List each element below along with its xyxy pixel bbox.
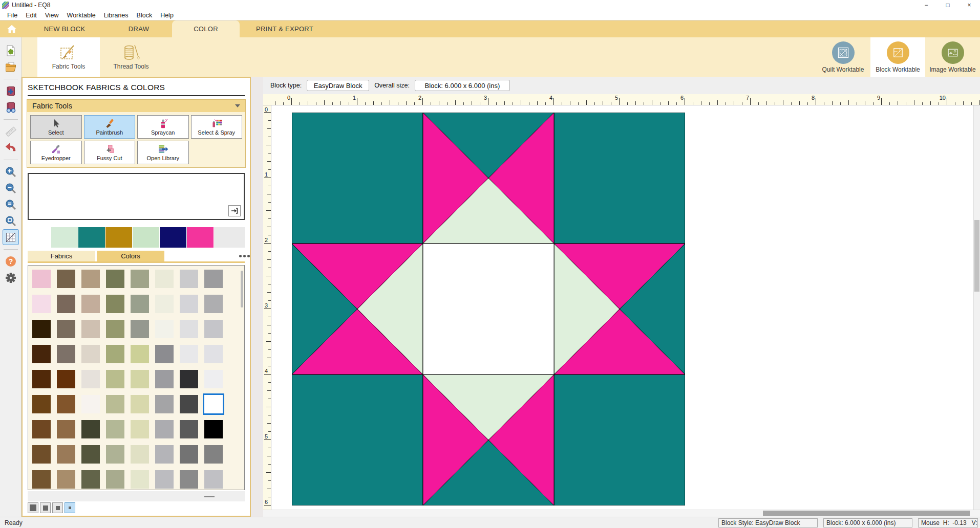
tab-print-export[interactable]: PRINT & EXPORT bbox=[240, 20, 330, 37]
zoom-out-button[interactable] bbox=[3, 180, 19, 196]
recent-color-swatch[interactable] bbox=[105, 227, 132, 248]
palette-swatch[interactable] bbox=[57, 395, 75, 413]
menu-libraries[interactable]: Libraries bbox=[100, 12, 133, 19]
palette-swatch[interactable] bbox=[131, 345, 149, 363]
palette-swatch[interactable] bbox=[131, 270, 149, 288]
palette-swatch[interactable] bbox=[32, 420, 51, 438]
recent-color-swatch[interactable] bbox=[160, 227, 186, 248]
block-worktable-button[interactable]: Block Worktable bbox=[870, 37, 925, 77]
palette-swatch[interactable] bbox=[204, 470, 223, 489]
add-to-sketchbook-button[interactable] bbox=[3, 83, 19, 99]
palette-swatch[interactable] bbox=[131, 420, 149, 438]
palette-swatch[interactable] bbox=[180, 295, 198, 313]
palette-swatch[interactable] bbox=[57, 370, 75, 388]
palette-swatch[interactable] bbox=[106, 370, 124, 388]
overall-size-value[interactable]: Block: 6.000 x 6.000 (ins) bbox=[415, 80, 510, 91]
palette-swatch[interactable] bbox=[106, 295, 124, 313]
palette-swatch[interactable] bbox=[180, 395, 198, 413]
palette-swatch[interactable] bbox=[155, 470, 174, 489]
palette-swatch[interactable] bbox=[204, 420, 223, 438]
palette-swatch[interactable] bbox=[204, 370, 223, 388]
more-options-icon[interactable] bbox=[239, 255, 242, 257]
quilt-block[interactable] bbox=[292, 113, 685, 505]
tab-draw[interactable]: DRAW bbox=[105, 20, 172, 37]
fit-to-worktable-button[interactable] bbox=[3, 196, 19, 212]
palette-swatch[interactable] bbox=[32, 395, 51, 413]
palette-swatch[interactable] bbox=[155, 395, 174, 413]
palette-swatch[interactable] bbox=[57, 470, 75, 489]
horizontal-scrollbar-thumb[interactable] bbox=[763, 511, 970, 516]
open-library-tool-button[interactable]: Open Library bbox=[137, 141, 189, 164]
palette-swatch[interactable] bbox=[180, 470, 198, 489]
palette-swatch[interactable] bbox=[81, 270, 100, 288]
palette-swatch[interactable] bbox=[81, 370, 100, 388]
minimize-button[interactable]: − bbox=[915, 0, 937, 10]
paintbrush-tool-button[interactable]: Paintbrush bbox=[84, 115, 136, 139]
tab-color[interactable]: COLOR bbox=[172, 20, 240, 37]
resize-handle[interactable] bbox=[204, 496, 215, 497]
palette-swatch[interactable] bbox=[32, 270, 51, 288]
palette-swatch[interactable] bbox=[32, 320, 51, 338]
palette-swatch[interactable] bbox=[57, 445, 75, 464]
palette-swatch[interactable] bbox=[155, 420, 174, 438]
fussy-cut-tool-button[interactable]: Fussy Cut bbox=[84, 141, 136, 164]
palette-swatch[interactable] bbox=[180, 420, 198, 438]
select-and-spray-tool-button[interactable]: Select & Spray bbox=[191, 115, 243, 139]
drawing-canvas[interactable]: 0123456 bbox=[263, 105, 980, 510]
palette-swatch[interactable] bbox=[57, 295, 75, 313]
palette-swatch[interactable] bbox=[131, 320, 149, 338]
menu-edit[interactable]: Edit bbox=[22, 12, 41, 19]
palette-swatch[interactable] bbox=[106, 395, 124, 413]
spraycan-tool-button[interactable]: Spraycan bbox=[137, 115, 189, 139]
palette-swatch[interactable] bbox=[57, 320, 75, 338]
tab-fabrics[interactable]: Fabrics bbox=[28, 251, 95, 261]
menu-worktable[interactable]: Worktable bbox=[63, 12, 100, 19]
block-type-value[interactable]: EasyDraw Block bbox=[307, 80, 369, 91]
palette-swatch[interactable] bbox=[180, 270, 198, 288]
palette-swatch[interactable] bbox=[204, 395, 223, 413]
palette-swatch[interactable] bbox=[81, 345, 100, 363]
vertical-scrollbar-thumb[interactable] bbox=[974, 220, 979, 292]
palette-swatch[interactable] bbox=[81, 470, 100, 489]
menu-view[interactable]: View bbox=[41, 12, 63, 19]
maximize-button[interactable]: □ bbox=[937, 0, 958, 10]
zoom-to-selection-button[interactable] bbox=[3, 213, 19, 229]
new-design-button[interactable] bbox=[3, 42, 19, 58]
menu-help[interactable]: Help bbox=[156, 12, 178, 19]
palette-swatch[interactable] bbox=[155, 345, 174, 363]
settings-button[interactable] bbox=[3, 270, 19, 285]
palette-swatch[interactable] bbox=[131, 370, 149, 388]
palette-swatch[interactable] bbox=[204, 295, 223, 313]
recent-color-swatch[interactable] bbox=[133, 227, 159, 248]
palette-swatch[interactable] bbox=[32, 295, 51, 313]
view-sketchbook-button[interactable] bbox=[3, 99, 19, 115]
palette-swatch[interactable] bbox=[131, 395, 149, 413]
refresh-grid-button[interactable] bbox=[3, 229, 19, 245]
palette-swatch[interactable] bbox=[57, 420, 75, 438]
recent-color-swatch[interactable] bbox=[78, 227, 105, 248]
palette-swatch[interactable] bbox=[106, 470, 124, 489]
close-button[interactable]: × bbox=[958, 0, 980, 10]
palette-scrollbar-thumb[interactable] bbox=[241, 271, 243, 307]
palette-swatch[interactable] bbox=[57, 345, 75, 363]
tab-new-block[interactable]: NEW BLOCK bbox=[24, 20, 105, 37]
palette-swatch[interactable] bbox=[204, 270, 223, 288]
palette-swatch[interactable] bbox=[155, 270, 174, 288]
palette-swatch[interactable] bbox=[180, 345, 198, 363]
palette-swatch[interactable] bbox=[106, 345, 124, 363]
home-tab[interactable] bbox=[0, 20, 24, 37]
palette-swatch[interactable] bbox=[106, 420, 124, 438]
menu-file[interactable]: File bbox=[3, 12, 22, 19]
palette-swatch[interactable] bbox=[32, 445, 51, 464]
undo-button[interactable] bbox=[3, 140, 19, 156]
palette-swatch[interactable] bbox=[81, 445, 100, 464]
palette-swatch[interactable] bbox=[81, 295, 100, 313]
palette-swatch[interactable] bbox=[81, 320, 100, 338]
eyedropper-tool-button[interactable]: Eyedropper bbox=[30, 141, 82, 164]
palette-swatch[interactable] bbox=[131, 470, 149, 489]
palette-swatch[interactable] bbox=[57, 270, 75, 288]
recent-color-swatch[interactable] bbox=[187, 227, 214, 248]
palette-swatch[interactable] bbox=[180, 445, 198, 464]
swatch-size-large-button[interactable] bbox=[28, 502, 38, 513]
menu-block[interactable]: Block bbox=[133, 12, 157, 19]
